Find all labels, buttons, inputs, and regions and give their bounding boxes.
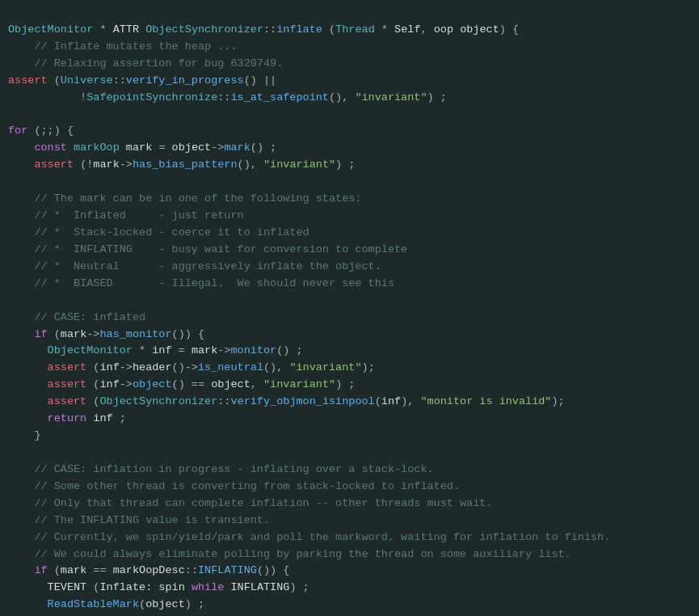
line-15: // CASE: inflated [8, 311, 145, 323]
line-2: // Inflate mutates the heap ... [8, 40, 238, 53]
code-container: ObjectMonitor * ATTR ObjectSynchronizer:… [0, 0, 699, 616]
line-21: return inf ; [8, 412, 126, 424]
line-26: // The INFLATING value is transient. [8, 514, 270, 526]
line-7: const markOop mark = object->mark() ; [8, 141, 276, 154]
line-17: ObjectMonitor * inf = mark->monitor() ; [8, 344, 303, 357]
line-blank-4 [8, 446, 15, 458]
line-blank-2 [8, 175, 15, 188]
line-13: // * Neutral - aggressively inflate the … [8, 260, 381, 272]
line-23: // CASE: inflation in progress - inflati… [8, 463, 434, 475]
line-8: assert (!mark->has_bias_pattern(), "inva… [8, 158, 355, 171]
line-5: !SafepointSynchronize::is_at_safepoint()… [8, 91, 447, 103]
line-blank-3 [8, 294, 15, 306]
line-1: ObjectMonitor * ATTR ObjectSynchronizer:… [8, 23, 519, 36]
line-28: // We could always eliminate polling by … [8, 548, 571, 560]
line-blank-1 [8, 108, 15, 120]
line-4: assert (Universe::verify_in_progress() |… [8, 74, 276, 86]
line-3: // Relaxing assertion for bug 6320749. [8, 57, 283, 70]
line-25: // Only that thread can complete inflati… [8, 497, 493, 509]
line-22: } [8, 429, 41, 441]
line-30: TEVENT (Inflate: spin while INFLATING) ; [8, 581, 309, 593]
line-31: ReadStableMark(object) ; [8, 598, 204, 610]
line-11: // * Stack-locked - coerce it to inflate… [8, 226, 309, 238]
line-12: // * INFLATING - busy wait for conversio… [8, 243, 407, 255]
line-16: if (mark->has_monitor()) { [8, 328, 204, 340]
line-18: assert (inf->header()->is_neutral(), "in… [8, 361, 375, 373]
line-19: assert (inf->object() == object, "invari… [8, 378, 355, 390]
line-24: // Some other thread is converting from … [8, 480, 460, 492]
line-27: // Currently, we spin/yield/park and pol… [8, 531, 610, 543]
line-20: assert (ObjectSynchronizer::verify_objmo… [8, 395, 565, 407]
line-6: for (;;) { [8, 124, 74, 137]
line-9: // The mark can be in one of the followi… [8, 192, 361, 205]
line-10: // * Inflated - just return [8, 209, 244, 222]
line-14: // * BIASED - Illegal. We should never s… [8, 277, 394, 289]
line-29: if (mark == markOopDesc::INFLATING()) { [8, 564, 289, 576]
